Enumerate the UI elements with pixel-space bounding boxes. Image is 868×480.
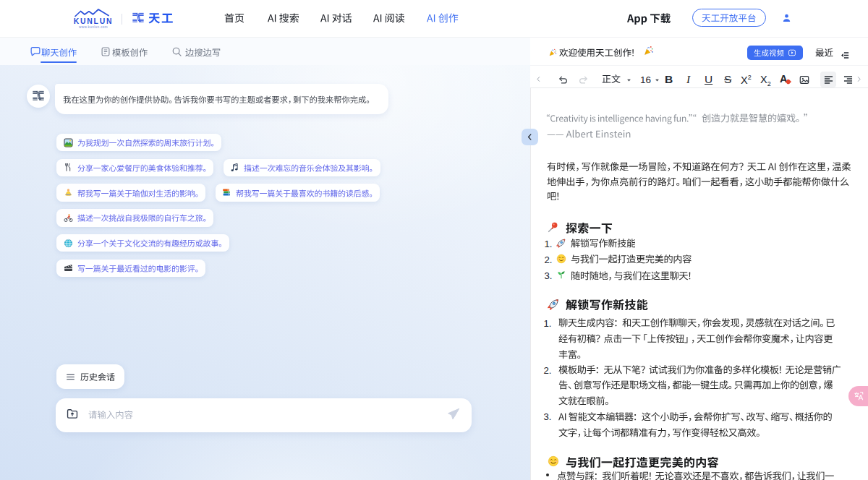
svg-text:www.kunlun.com: www.kunlun.com: [79, 25, 108, 29]
svg-text:KUNLUN: KUNLUN: [74, 17, 114, 25]
